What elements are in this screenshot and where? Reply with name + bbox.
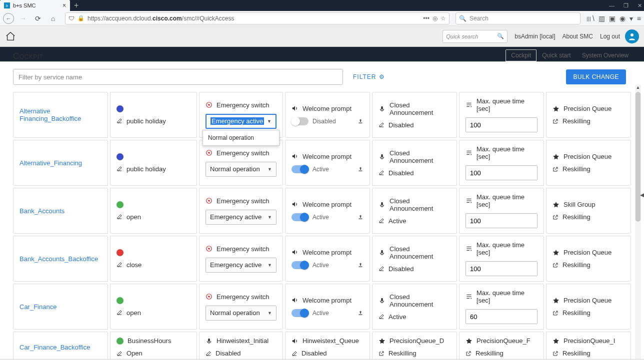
library-icon[interactable]: ⫼\ xyxy=(586,14,594,22)
about-link[interactable]: About SMC xyxy=(562,33,593,40)
emergency-select[interactable]: Normal operation ▼ xyxy=(206,162,276,177)
edit-icon[interactable] xyxy=(378,218,384,224)
welcome-toggle[interactable] xyxy=(292,117,308,125)
scroll-thumb[interactable] xyxy=(636,92,640,222)
svg-rect-17 xyxy=(359,266,362,267)
edit-icon[interactable] xyxy=(378,314,384,320)
avatar[interactable] xyxy=(625,29,639,43)
service-name-link[interactable]: Car_Finance_Backoffice xyxy=(13,332,108,359)
filter-input[interactable]: Filter by service name xyxy=(13,69,343,85)
filter-button[interactable]: FILTER ⚙ xyxy=(353,73,385,80)
cell-action-icon[interactable] xyxy=(378,351,384,357)
cell-label-bottom: Open xyxy=(126,350,142,357)
tab-close-icon[interactable]: × xyxy=(62,2,66,9)
emergency-header: Emergency switch xyxy=(216,245,269,253)
bulk-change-button[interactable]: BULK CHANGE xyxy=(566,69,626,84)
launch-icon[interactable] xyxy=(552,310,558,316)
service-name-link[interactable]: Bank_Accounts_Backoffice xyxy=(13,236,108,282)
close-window-icon[interactable]: ✕ xyxy=(638,2,642,9)
edit-icon[interactable] xyxy=(378,170,384,176)
welcome-toggle[interactable] xyxy=(292,309,308,317)
upload-icon[interactable] xyxy=(358,262,364,268)
upload-icon[interactable] xyxy=(358,118,364,124)
emergency-value: Emergency active xyxy=(210,213,262,221)
panel-icon[interactable]: ▣ xyxy=(609,14,616,22)
edit-icon[interactable] xyxy=(116,214,122,220)
queue-input[interactable] xyxy=(466,117,538,132)
back-button[interactable]: ← xyxy=(3,13,14,24)
edit-icon[interactable] xyxy=(116,118,122,124)
toolbar: Filter by service name FILTER ⚙ BULK CHA… xyxy=(0,62,644,92)
edit-icon[interactable] xyxy=(116,262,122,268)
logout-link[interactable]: Log out xyxy=(600,33,620,40)
forward-button[interactable]: → xyxy=(17,12,29,24)
queue-input[interactable] xyxy=(466,213,538,228)
cell-icon xyxy=(206,338,212,345)
launch-icon[interactable] xyxy=(552,118,558,124)
user-label[interactable]: bsAdmin [local] xyxy=(514,33,555,40)
edit-icon[interactable] xyxy=(378,122,384,128)
launch-icon[interactable] xyxy=(552,262,558,268)
cell-label-top: Hinweistext_Initial xyxy=(216,337,268,345)
reload-button[interactable]: ⟳ xyxy=(32,12,44,24)
emergency-select[interactable]: Emergency active ▼ Normal operation xyxy=(206,114,276,129)
upload-icon[interactable] xyxy=(358,214,364,220)
launch-icon[interactable] xyxy=(552,214,558,220)
closed-header: Closed Announcement xyxy=(390,245,450,260)
service-name-link[interactable]: Bank_Accounts xyxy=(13,188,108,234)
emergency-select[interactable]: Normal operation ▼ xyxy=(206,306,276,321)
closed-cell: Closed Announcement Active xyxy=(372,188,457,234)
launch-icon[interactable] xyxy=(552,166,558,172)
edit-icon[interactable] xyxy=(116,166,122,172)
home-button[interactable]: ⌂ xyxy=(47,12,59,24)
browser-tab[interactable]: b b+s SMC × xyxy=(0,0,70,11)
queue-input[interactable] xyxy=(466,165,538,180)
browser-toolbar: ← → ⟳ ⌂ 🛡 🔒 https://accqueon.dcloud.cisc… xyxy=(0,11,644,26)
cell-action-icon[interactable] xyxy=(552,351,558,357)
ellipsis-icon[interactable]: ••• xyxy=(423,15,430,22)
sidebar-icon[interactable]: ▥ xyxy=(598,14,605,22)
url-bar[interactable]: 🛡 🔒 https://accqueon.dcloud.cisco.com/sm… xyxy=(65,12,450,24)
edit-icon[interactable] xyxy=(378,266,384,272)
new-tab-button[interactable]: + xyxy=(70,0,82,11)
tab-cockpit[interactable]: Cockpit xyxy=(506,49,536,61)
queue-input[interactable] xyxy=(466,309,538,324)
star-icon[interactable]: ☆ xyxy=(440,15,446,22)
scroll-up-icon[interactable]: ▲ xyxy=(636,85,640,90)
grid-scrollbar[interactable]: ▲ xyxy=(635,85,641,359)
cell-action-icon[interactable] xyxy=(206,351,212,357)
maximize-icon[interactable]: ❐ xyxy=(624,2,628,9)
emergency-header: Emergency switch xyxy=(216,293,269,301)
cell-action-icon[interactable] xyxy=(116,351,122,357)
tab-quickstart[interactable]: Quick start xyxy=(536,49,576,61)
queue-input[interactable] xyxy=(466,261,538,276)
extension-icon[interactable]: ◉ xyxy=(620,14,626,22)
side-collapse-icon[interactable]: ◀ xyxy=(640,192,644,198)
welcome-toggle[interactable] xyxy=(292,261,308,269)
reader-icon[interactable]: ◎ xyxy=(432,15,438,22)
shield-icon: 🛡 xyxy=(68,15,74,22)
quick-search-input[interactable]: Quick search 🔍 xyxy=(442,30,508,43)
menu-icon[interactable]: ≡ xyxy=(637,14,641,22)
service-row: Alternative_Financing public holiday Eme… xyxy=(13,140,631,186)
service-name-link[interactable]: Alternative Financing_Backoffice xyxy=(13,92,108,138)
emergency-option-normal[interactable]: Normal operation xyxy=(203,130,279,145)
home-icon[interactable] xyxy=(5,31,16,42)
cell-action-icon[interactable] xyxy=(466,351,472,357)
service-name-link[interactable]: Alternative_Financing xyxy=(13,140,108,186)
upload-icon[interactable] xyxy=(358,166,364,172)
search-icon[interactable]: 🔍 xyxy=(497,33,504,39)
emergency-select[interactable]: Emergency active ▼ xyxy=(206,210,276,225)
welcome-toggle[interactable] xyxy=(292,165,308,173)
minimize-icon[interactable]: — xyxy=(609,2,614,8)
edit-icon[interactable] xyxy=(116,310,122,316)
cell-icon xyxy=(552,338,560,345)
welcome-toggle[interactable] xyxy=(292,213,308,221)
pocket-icon[interactable]: ▾ xyxy=(630,14,633,22)
upload-icon[interactable] xyxy=(358,310,364,316)
service-name-link[interactable]: Car_Finance xyxy=(13,284,108,330)
browser-search[interactable]: 🔍 Search xyxy=(456,12,580,24)
emergency-select[interactable]: Emergency active ▼ xyxy=(206,258,276,273)
cell-action-icon[interactable] xyxy=(292,351,298,357)
tab-system-overview[interactable]: System Overview xyxy=(576,49,634,61)
